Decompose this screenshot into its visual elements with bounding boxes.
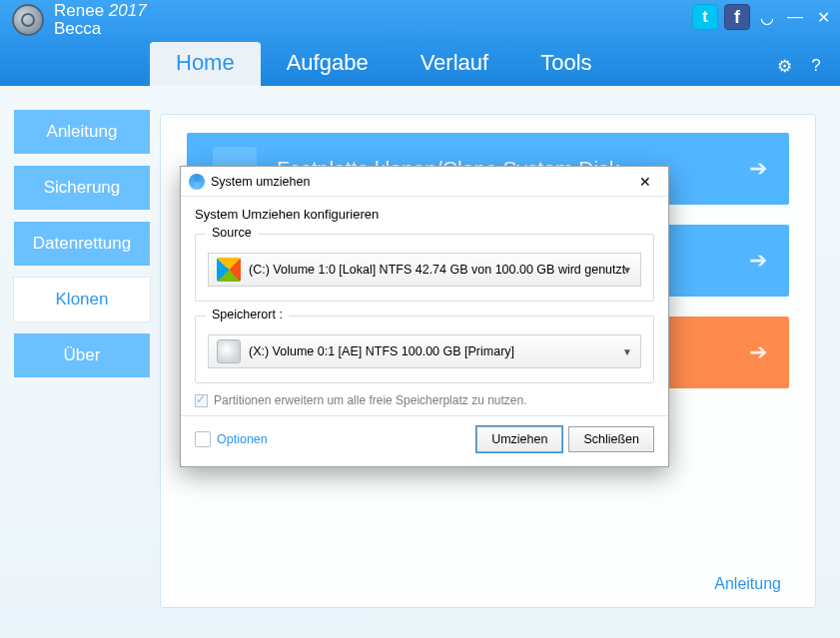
dialog-subtitle: System Umziehen konfigurieren xyxy=(181,197,668,228)
target-drive-select[interactable]: (X:) Volume 0:1 [AE] NTFS 100.00 GB [Pri… xyxy=(208,334,641,368)
chevron-down-icon: ▼ xyxy=(622,346,632,357)
checkbox-label: Partitionen erweitern um alle freie Spei… xyxy=(214,393,527,407)
group-source: Source (C:) Volume 1:0 [Lokal] NTFS 42.7… xyxy=(195,234,654,302)
umziehen-button[interactable]: Umziehen xyxy=(476,426,562,452)
windows-flag-icon xyxy=(217,258,241,282)
dialog-titlebar: System umziehen ✕ xyxy=(181,167,668,197)
dialog-title: System umziehen xyxy=(211,175,310,189)
sidebar-item-datenrettung[interactable]: Datenrettung xyxy=(14,222,150,266)
tab-verlauf[interactable]: Verlauf xyxy=(395,42,515,86)
twitter-icon[interactable]: t xyxy=(692,4,718,30)
target-drive-text: (X:) Volume 0:1 [AE] NTFS 100.00 GB [Pri… xyxy=(249,344,514,358)
dialog-footer: Optionen Umziehen Schließen xyxy=(181,416,668,466)
options-link[interactable]: Optionen xyxy=(195,431,268,447)
group-target-label: Speicherort : xyxy=(206,308,289,321)
sidebar: Anleitung Sicherung Datenrettung Klonen … xyxy=(14,110,150,389)
source-drive-text: (C:) Volume 1:0 [Lokal] NTFS 42.74 GB vo… xyxy=(249,263,625,277)
sidebar-item-ueber[interactable]: Über xyxy=(14,333,150,377)
extend-partitions-checkbox[interactable]: Partitionen erweitern um alle freie Spei… xyxy=(195,393,654,407)
tabbar-right: ⚙ ? xyxy=(774,56,826,76)
app-logo-icon xyxy=(12,4,44,36)
chevron-down-icon: ▼ xyxy=(622,265,632,276)
tabbar: Home Aufgabe Verlauf Tools ⚙ ? xyxy=(0,40,840,86)
group-target: Speicherort : (X:) Volume 0:1 [AE] NTFS … xyxy=(195,316,654,383)
options-icon xyxy=(195,431,211,447)
tab-aufgabe[interactable]: Aufgabe xyxy=(261,42,395,86)
tab-tools[interactable]: Tools xyxy=(514,42,617,86)
schliessen-button[interactable]: Schließen xyxy=(568,426,654,452)
tab-home[interactable]: Home xyxy=(150,42,261,86)
sidebar-item-anleitung[interactable]: Anleitung xyxy=(14,110,150,154)
sidebar-item-klonen[interactable]: Klonen xyxy=(14,278,150,321)
theme-icon[interactable]: ◡ xyxy=(756,6,778,28)
help-icon[interactable]: ? xyxy=(806,56,826,76)
dialog-system-umziehen: System umziehen ✕ System Umziehen konfig… xyxy=(180,166,669,467)
source-drive-select[interactable]: (C:) Volume 1:0 [Lokal] NTFS 42.74 GB vo… xyxy=(208,253,641,287)
brand-sub: Becca xyxy=(54,20,147,38)
group-source-label: Source xyxy=(206,226,258,240)
brand-name: Renee xyxy=(54,1,104,20)
arrow-right-icon: ➔ xyxy=(749,156,767,182)
arrow-right-icon: ➔ xyxy=(749,339,767,365)
checkbox-icon xyxy=(195,394,208,407)
dialog-close-button[interactable]: ✕ xyxy=(630,174,660,190)
minimize-button[interactable]: — xyxy=(784,6,806,28)
titlebar: Renee 2017 Becca t f ◡ — ✕ xyxy=(0,0,840,40)
help-link[interactable]: Anleitung xyxy=(714,575,781,593)
brand: Renee 2017 Becca xyxy=(54,2,147,38)
gear-icon[interactable]: ⚙ xyxy=(774,56,794,76)
brand-year: 2017 xyxy=(109,1,147,20)
sidebar-item-sicherung[interactable]: Sicherung xyxy=(14,166,150,210)
arrow-right-icon: ➔ xyxy=(749,248,767,274)
facebook-icon[interactable]: f xyxy=(724,4,750,30)
options-label: Optionen xyxy=(217,432,268,446)
dialog-app-icon xyxy=(189,174,205,190)
hdd-icon xyxy=(217,339,241,363)
close-button[interactable]: ✕ xyxy=(812,6,834,28)
titlebar-right: t f ◡ — ✕ xyxy=(692,4,834,30)
